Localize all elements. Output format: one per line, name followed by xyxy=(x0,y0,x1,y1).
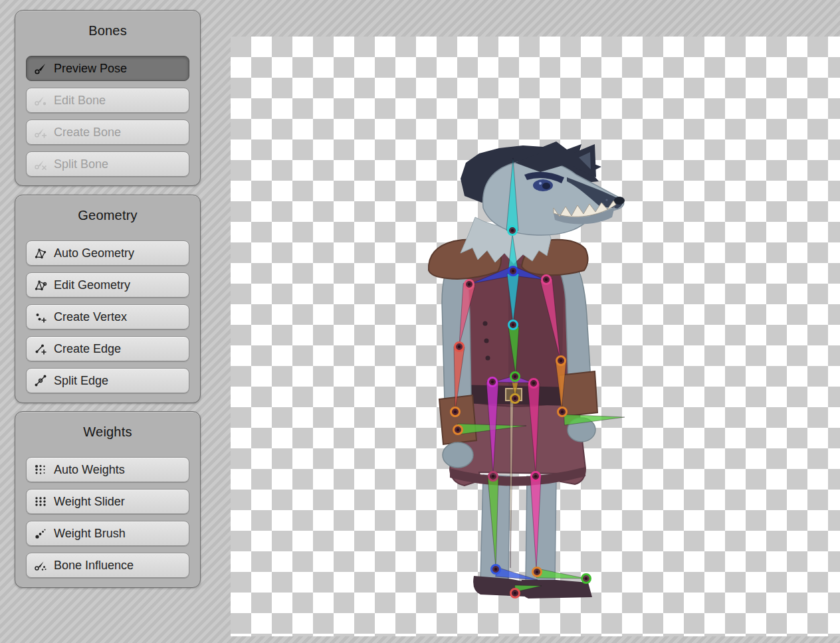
bone-joint-center xyxy=(532,382,535,385)
panel-geometry-title: Geometry xyxy=(26,207,189,223)
split-edge-label: Split Edge xyxy=(54,374,108,388)
character-pupil xyxy=(542,183,550,189)
bone-edit-icon xyxy=(33,93,48,108)
bone-joint-center xyxy=(511,229,514,232)
sprite-canvas[interactable] xyxy=(231,37,840,636)
bone-joint-center xyxy=(560,359,562,362)
panel-geometry: Geometry Auto Geometry Edit Geometry Cre… xyxy=(15,195,201,403)
auto-weights-button[interactable]: Auto Weights xyxy=(26,457,189,482)
bone-pose-icon xyxy=(33,61,48,76)
character-bracer-left xyxy=(439,395,476,444)
character-stud xyxy=(484,339,489,343)
auto-geometry-icon xyxy=(33,246,48,260)
character-stud xyxy=(483,322,488,326)
character-eye-glint xyxy=(539,182,542,185)
split-edge-icon xyxy=(33,373,48,388)
split-bone-label: Split Bone xyxy=(54,157,108,171)
weight-brush-label: Weight Brush xyxy=(54,527,126,541)
bone-joint-center xyxy=(454,411,457,413)
weight-slider-label: Weight Slider xyxy=(54,495,125,509)
create-vertex-icon xyxy=(33,310,48,324)
create-vertex-label: Create Vertex xyxy=(54,310,127,324)
bone-influence-icon xyxy=(33,558,48,573)
weight-slider-button[interactable]: Weight Slider xyxy=(26,489,189,514)
bone-joint-center xyxy=(536,571,538,573)
bone-joint-center xyxy=(514,397,516,400)
bone-joint-center xyxy=(512,323,514,326)
weight-brush-button[interactable]: Weight Brush xyxy=(26,521,189,546)
bone-hand-right[interactable] xyxy=(564,414,625,425)
panel-bones: Bones Preview Pose Edit Bone Create Bone… xyxy=(15,10,201,186)
bone-joint-center xyxy=(514,592,516,595)
bone-joint-center xyxy=(494,568,497,571)
create-bone-button[interactable]: Create Bone xyxy=(26,120,189,145)
bone-influence-label: Bone Influence xyxy=(54,559,134,573)
character-stud xyxy=(486,356,490,361)
edit-geometry-icon xyxy=(33,278,48,292)
panel-bones-title: Bones xyxy=(26,23,189,39)
create-vertex-button[interactable]: Create Vertex xyxy=(26,304,189,329)
sprite-viewport[interactable] xyxy=(231,37,840,636)
character-leg-right xyxy=(526,476,556,583)
bone-joint-center xyxy=(561,411,564,413)
edit-geometry-label: Edit Geometry xyxy=(54,278,130,292)
auto-weights-label: Auto Weights xyxy=(54,463,125,477)
edit-bone-button[interactable]: Edit Bone xyxy=(26,88,189,113)
bone-joint-center xyxy=(457,428,459,431)
bone-influence-button[interactable]: Bone Influence xyxy=(26,553,189,578)
bone-create-icon xyxy=(33,125,48,139)
character-whisker-dot xyxy=(605,199,607,201)
character-nose xyxy=(614,197,625,205)
bone-foot-right[interactable] xyxy=(536,569,586,579)
auto-geometry-label: Auto Geometry xyxy=(54,246,134,260)
character-hand-left xyxy=(443,442,473,468)
create-edge-button[interactable]: Create Edge xyxy=(26,336,189,361)
panel-weights-title: Weights xyxy=(26,424,189,440)
bone-joint-center xyxy=(468,283,471,286)
create-bone-label: Create Bone xyxy=(54,126,121,139)
edit-bone-label: Edit Bone xyxy=(54,94,106,108)
weight-brush-icon xyxy=(33,526,48,541)
bone-joint-center xyxy=(512,270,514,272)
bone-joint-center xyxy=(514,375,516,378)
panel-weights: Weights Auto Weights Weight Slider Weigh… xyxy=(15,411,201,588)
bone-split-icon xyxy=(33,157,48,171)
bone-joint-center xyxy=(492,475,494,478)
create-edge-icon xyxy=(33,341,48,356)
split-edge-button[interactable]: Split Edge xyxy=(26,368,189,393)
bone-joint-center xyxy=(545,278,548,281)
edit-geometry-button[interactable]: Edit Geometry xyxy=(26,272,189,298)
character-shoe-right xyxy=(520,580,592,598)
bone-joint-center xyxy=(458,345,461,348)
split-bone-button[interactable]: Split Bone xyxy=(26,151,189,177)
bone-joint-center xyxy=(534,475,537,478)
create-edge-label: Create Edge xyxy=(54,342,121,356)
preview-pose-button[interactable]: Preview Pose xyxy=(26,56,189,81)
bone-joint-center xyxy=(585,577,587,580)
bone-joint-center xyxy=(491,381,494,383)
auto-weights-icon xyxy=(33,462,48,477)
preview-pose-label: Preview Pose xyxy=(54,62,127,76)
weight-slider-icon xyxy=(33,494,48,509)
auto-geometry-button[interactable]: Auto Geometry xyxy=(26,240,189,266)
